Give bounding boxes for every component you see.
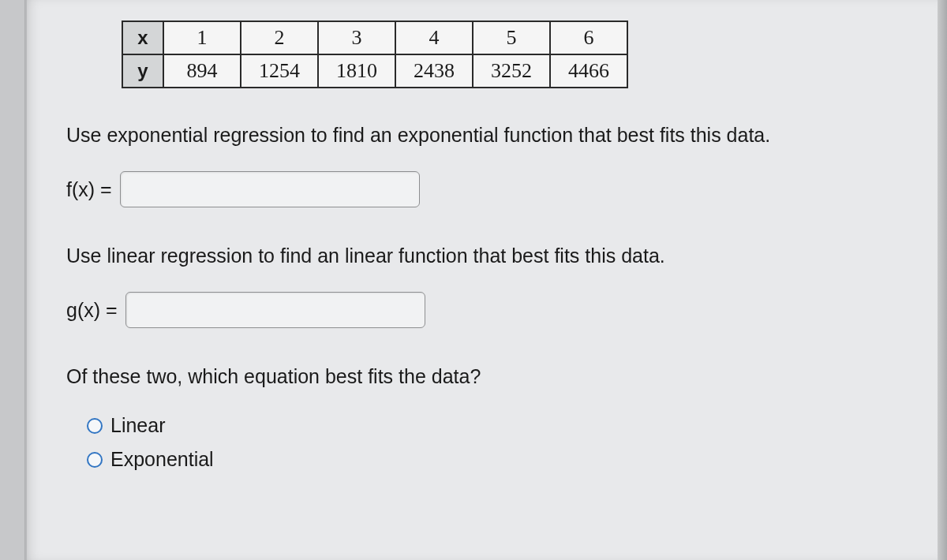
f-input[interactable] <box>120 171 420 207</box>
table-cell: 4466 <box>550 54 627 88</box>
equation-row-f: f(x) = <box>66 171 914 207</box>
table-cell: 3252 <box>473 54 550 88</box>
table-row: y 894 1254 1810 2438 3252 4466 <box>122 54 627 88</box>
table-cell: 2 <box>241 21 318 54</box>
table-cell: 894 <box>163 54 241 88</box>
question-page: x 1 2 3 4 5 6 y 894 1254 1810 2438 3252 … <box>25 0 938 560</box>
table-cell: 5 <box>473 21 550 54</box>
radio-exponential[interactable] <box>87 452 103 468</box>
radio-linear[interactable] <box>87 418 103 434</box>
prompt-best-fit: Of these two, which equation best fits t… <box>66 363 914 390</box>
table-row: x 1 2 3 4 5 6 <box>122 21 627 54</box>
option-row-linear: Linear <box>87 414 914 437</box>
g-label: g(x) = <box>66 299 118 322</box>
g-input[interactable] <box>125 292 425 328</box>
row-header-x: x <box>122 21 163 54</box>
data-table: x 1 2 3 4 5 6 y 894 1254 1810 2438 3252 … <box>122 21 628 88</box>
table-cell: 2438 <box>395 54 473 88</box>
f-label: f(x) = <box>66 178 112 201</box>
table-cell: 1254 <box>241 54 318 88</box>
page-left-margin <box>0 0 25 560</box>
row-header-y: y <box>122 54 163 88</box>
table-cell: 6 <box>550 21 627 54</box>
table-cell: 4 <box>395 21 473 54</box>
prompt-linear: Use linear regression to find an linear … <box>66 242 914 270</box>
option-label-exponential[interactable]: Exponential <box>110 448 214 471</box>
options-group: Linear Exponential <box>87 414 914 471</box>
equation-row-g: g(x) = <box>66 292 914 328</box>
table-cell: 1 <box>163 21 241 54</box>
option-row-exponential: Exponential <box>87 448 914 471</box>
table-cell: 3 <box>318 21 395 54</box>
table-cell: 1810 <box>318 54 395 88</box>
option-label-linear[interactable]: Linear <box>110 414 166 437</box>
page-right-shadow <box>938 0 947 560</box>
prompt-exponential: Use exponential regression to find an ex… <box>66 121 914 149</box>
